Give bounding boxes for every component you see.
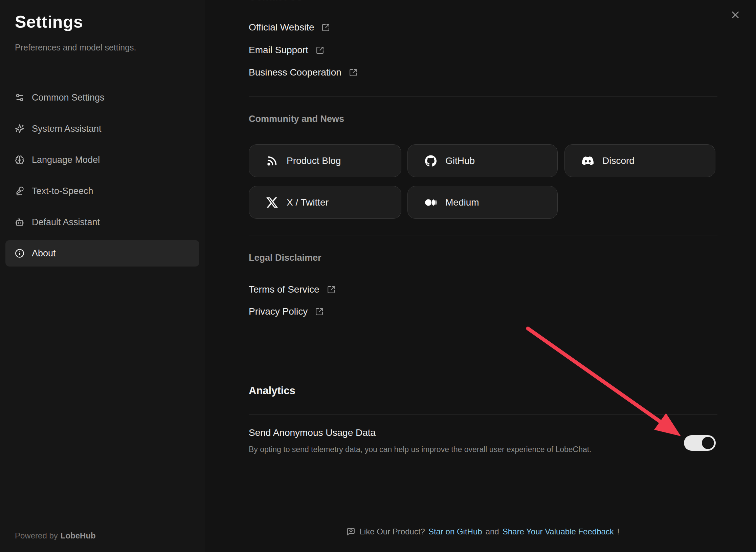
close-icon [730,9,741,21]
footer-text: ! [617,527,620,536]
link-label: Terms of Service [249,284,319,295]
feedback-bubble-icon [347,527,355,536]
github-button[interactable]: GitHub [407,144,558,177]
terms-of-service-link[interactable]: Terms of Service [249,282,335,297]
x-twitter-icon [266,197,278,208]
button-label: Product Blog [287,155,341,166]
external-link-icon [315,307,324,316]
x-twitter-button[interactable]: X / Twitter [249,186,401,219]
settings-modal: Settings Preferences and model settings.… [0,0,756,552]
page-title: Settings [15,12,83,32]
bot-icon [15,217,24,227]
brain-icon [15,155,24,165]
sparkles-icon [15,124,24,133]
toggle-knob [702,437,714,449]
close-button[interactable] [727,6,744,24]
button-label: GitHub [445,155,475,166]
contact-us-heading: Contact Us [249,0,302,3]
email-support-link[interactable]: Email Support [249,43,324,58]
medium-icon [425,197,437,208]
link-label: Official Website [249,22,314,33]
footer-text: Like Our Product? [359,527,425,536]
external-link-icon [321,23,330,32]
sidebar-item-label: About [32,248,56,259]
community-heading: Community and News [249,114,344,124]
about-panel: Contact Us Official Website Email Suppor… [205,0,756,552]
discord-icon [582,155,594,167]
link-label: Email Support [249,45,308,56]
powered-by-text: Powered by [15,531,58,540]
sidebar-item-language-model[interactable]: Language Model [5,147,199,173]
external-link-icon [316,46,324,55]
sidebar-item-system-assistant[interactable]: System Assistant [5,115,199,142]
telemetry-setting-description: By opting to send telemetry data, you ca… [249,445,592,454]
section-divider [249,415,717,415]
sidebar-item-label: System Assistant [32,124,102,134]
sidebar-item-common-settings[interactable]: Common Settings [5,84,199,111]
sliders-icon [15,93,24,102]
business-cooperation-link[interactable]: Business Cooperation [249,65,357,80]
sidebar-item-text-to-speech[interactable]: Text-to-Speech [5,178,199,204]
star-on-github-link[interactable]: Star on GitHub [428,527,482,536]
product-blog-button[interactable]: Product Blog [249,144,401,177]
info-icon [15,249,24,258]
settings-sidebar: Settings Preferences and model settings.… [0,0,205,552]
lobehub-brand[interactable]: LobeHub [61,531,96,540]
github-icon [425,155,437,167]
sidebar-item-default-assistant[interactable]: Default Assistant [5,209,199,235]
sidebar-item-label: Common Settings [32,92,105,103]
sidebar-item-about[interactable]: About [5,240,199,267]
mic-icon [15,186,24,196]
telemetry-toggle[interactable] [684,435,716,451]
button-label: Discord [602,155,635,166]
footer-text: and [486,527,499,536]
analytics-heading: Analytics [249,385,295,397]
external-link-icon [349,68,357,77]
powered-by: Powered byLobeHub [15,531,96,540]
link-label: Business Cooperation [249,67,341,78]
link-label: Privacy Policy [249,306,308,317]
share-feedback-link[interactable]: Share Your Valuable Feedback [503,527,614,536]
button-label: X / Twitter [287,197,329,208]
page-subtitle: Preferences and model settings. [15,43,136,52]
section-divider [249,235,717,235]
sidebar-item-label: Text-to-Speech [32,186,93,196]
legal-heading: Legal Disclaimer [249,253,321,263]
main-footer: Like Our Product? Star on GitHub and Sha… [249,527,717,536]
sidebar-item-label: Language Model [32,155,100,165]
privacy-policy-link[interactable]: Privacy Policy [249,304,324,319]
official-website-link[interactable]: Official Website [249,20,330,35]
sidebar-item-label: Default Assistant [32,217,100,228]
section-divider [249,97,717,97]
button-label: Medium [445,197,479,208]
external-link-icon [327,285,335,294]
telemetry-setting-label: Send Anonymous Usage Data [249,427,376,438]
discord-button[interactable]: Discord [564,144,715,177]
medium-button[interactable]: Medium [407,186,558,219]
rss-icon [266,155,278,167]
settings-nav: Common Settings System Assistant Languag… [5,84,199,271]
